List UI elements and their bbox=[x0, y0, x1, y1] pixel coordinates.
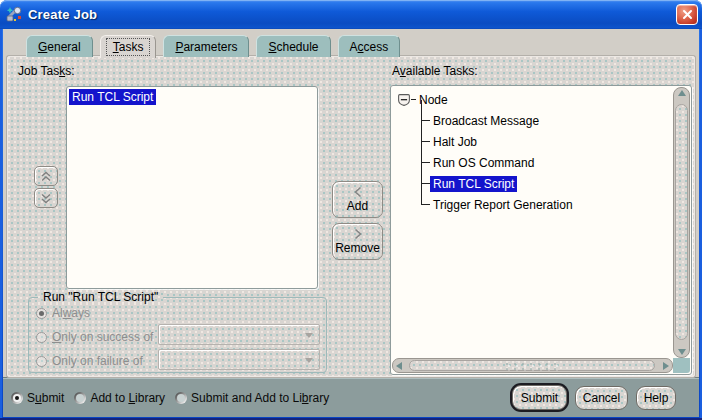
radio-submit[interactable]: Submit bbox=[11, 391, 64, 405]
tree-item-broadcast-message[interactable]: Broadcast Message bbox=[392, 110, 673, 131]
tree-item-trigger-report-generation[interactable]: Trigger Report Generation bbox=[392, 194, 673, 215]
cancel-button[interactable]: Cancel bbox=[575, 386, 628, 410]
radio-add-to-library[interactable]: Add to Library bbox=[74, 391, 165, 405]
app-icon bbox=[6, 6, 23, 23]
success-of-combo bbox=[158, 324, 320, 345]
scroll-left-button[interactable] bbox=[396, 359, 402, 372]
tab-parameters-label: Parameters bbox=[175, 40, 237, 54]
tab-schedule[interactable]: Schedule bbox=[256, 35, 330, 57]
radio-only-on-success-icon bbox=[36, 332, 47, 343]
tree-collapse-icon[interactable] bbox=[397, 93, 411, 107]
window-title: Create Job bbox=[28, 7, 97, 22]
radio-only-on-success-label: Only on success of bbox=[52, 330, 153, 344]
run-condition-group: Run "Run TCL Script" Always Only on succ… bbox=[28, 297, 327, 373]
tree-item-run-os-command[interactable]: Run OS Command bbox=[392, 152, 673, 173]
thumb-grip bbox=[503, 361, 561, 370]
tab-access[interactable]: Access bbox=[338, 35, 401, 57]
dropdown-arrow-icon bbox=[305, 358, 313, 363]
arrow-up-icon bbox=[678, 90, 686, 96]
chevron-left-icon bbox=[353, 186, 363, 198]
remove-button-label: Remove bbox=[335, 241, 380, 255]
close-button[interactable] bbox=[676, 4, 698, 25]
tab-content-panel: Job Tasks: Run TCL Script bbox=[7, 56, 695, 377]
tab-general[interactable]: General bbox=[26, 35, 93, 57]
tree-item-label[interactable]: Run OS Command bbox=[430, 155, 537, 171]
arrow-right-icon bbox=[663, 362, 669, 370]
radio-submit-and-add-icon[interactable] bbox=[175, 392, 187, 404]
arrow-down-icon bbox=[678, 349, 686, 355]
tree-content[interactable]: Node Broadcast Message Halt Job Run OS C… bbox=[392, 87, 673, 358]
radio-only-on-success: Only on success of bbox=[36, 330, 153, 344]
radio-add-to-library-label: Add to Library bbox=[90, 391, 165, 405]
footer-bar: Submit Add to Library Submit and Add to … bbox=[3, 377, 699, 417]
radio-submit-label: Submit bbox=[27, 391, 64, 405]
job-tasks-list-item[interactable]: Run TCL Script bbox=[69, 89, 156, 105]
radio-only-on-failure: Only on failure of bbox=[36, 354, 143, 368]
available-tasks-tree: Node Broadcast Message Halt Job Run OS C… bbox=[390, 85, 692, 375]
failure-of-combo bbox=[158, 349, 320, 370]
chevron-right-icon bbox=[353, 228, 363, 240]
chevron-down-icon bbox=[39, 193, 53, 204]
vertical-scroll-thumb[interactable] bbox=[675, 104, 688, 340]
radio-submit-icon[interactable] bbox=[11, 392, 23, 404]
add-button[interactable]: Add bbox=[332, 181, 383, 218]
move-up-button[interactable] bbox=[34, 166, 58, 186]
radio-only-on-failure-icon bbox=[36, 356, 47, 367]
cancel-button-label: Cancel bbox=[583, 391, 620, 405]
radio-always-icon bbox=[36, 308, 47, 319]
footer-buttons: Submit Cancel Help bbox=[512, 378, 676, 417]
horizontal-scrollbar[interactable] bbox=[392, 358, 673, 373]
vertical-scrollbar[interactable] bbox=[673, 87, 690, 358]
radio-always: Always bbox=[36, 306, 90, 320]
radio-always-label: Always bbox=[52, 306, 90, 320]
radio-submit-and-add-label: Submit and Add to Library bbox=[191, 391, 329, 405]
chevron-up-icon bbox=[39, 171, 53, 182]
horizontal-scroll-thumb[interactable] bbox=[409, 360, 655, 371]
tree-item-label[interactable]: Broadcast Message bbox=[430, 113, 542, 129]
arrow-left-icon bbox=[396, 362, 402, 370]
tree-item-label[interactable]: Run TCL Script bbox=[430, 176, 517, 192]
scroll-up-button[interactable] bbox=[674, 90, 689, 96]
dialog-body: General Tasks Parameters Schedule Access… bbox=[3, 29, 699, 417]
tab-general-label: General bbox=[38, 40, 81, 54]
submit-mode-radios: Submit Add to Library Submit and Add to … bbox=[11, 378, 329, 417]
tree-item-label[interactable]: Trigger Report Generation bbox=[430, 197, 576, 213]
tree-node-root[interactable]: Node bbox=[392, 89, 673, 110]
scroll-down-button[interactable] bbox=[674, 349, 689, 355]
available-tasks-label: Available Tasks: bbox=[392, 64, 478, 78]
radio-only-on-failure-label: Only on failure of bbox=[52, 354, 143, 368]
tabstrip: General Tasks Parameters Schedule Access bbox=[26, 35, 400, 57]
remove-button[interactable]: Remove bbox=[332, 223, 383, 260]
move-down-button[interactable] bbox=[34, 188, 58, 208]
tab-parameters[interactable]: Parameters bbox=[163, 35, 249, 57]
run-condition-legend: Run "Run TCL Script" bbox=[38, 290, 163, 304]
job-tasks-list[interactable]: Run TCL Script bbox=[66, 86, 318, 289]
submit-button[interactable]: Submit bbox=[512, 385, 567, 410]
scroll-right-button[interactable] bbox=[663, 359, 669, 372]
tab-schedule-label: Schedule bbox=[268, 40, 318, 54]
tree-item-label[interactable]: Halt Job bbox=[430, 134, 480, 150]
close-icon bbox=[682, 9, 693, 20]
dropdown-arrow-icon bbox=[305, 333, 313, 338]
window-frame: Create Job General Tasks Parameters Sche… bbox=[0, 0, 702, 420]
titlebar[interactable]: Create Job bbox=[0, 0, 702, 29]
scrollbar-corner bbox=[673, 358, 690, 373]
tree-item-run-tcl-script[interactable]: Run TCL Script bbox=[392, 173, 673, 194]
add-button-label: Add bbox=[347, 199, 368, 213]
job-tasks-label: Job Tasks: bbox=[18, 64, 74, 78]
help-button-label: Help bbox=[644, 391, 669, 405]
tab-tasks-label: Tasks bbox=[106, 38, 151, 56]
tab-tasks[interactable]: Tasks bbox=[100, 35, 157, 58]
tree-item-halt-job[interactable]: Halt Job bbox=[392, 131, 673, 152]
radio-submit-and-add[interactable]: Submit and Add to Library bbox=[175, 391, 329, 405]
submit-button-label: Submit bbox=[521, 391, 558, 405]
radio-add-to-library-icon[interactable] bbox=[74, 392, 86, 404]
help-button[interactable]: Help bbox=[636, 386, 676, 410]
tab-access-label: Access bbox=[350, 40, 389, 54]
